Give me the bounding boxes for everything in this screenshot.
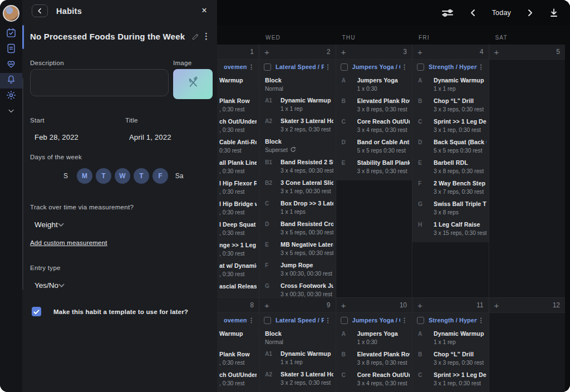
exercise-row[interactable]: DBand or Cable Anti Rotati...5 x 5 reps … bbox=[336, 136, 412, 156]
workout-card[interactable]: ovement Q...⋮WarmupPlank Row, 0:30 restc… bbox=[217, 60, 259, 297]
exercise-row[interactable]: CCore Reach Out/Under3 x 4 reps, 0:30 re… bbox=[336, 115, 412, 136]
workout-card[interactable]: Lateral Speed / Plyo⋮BlockNormalA1Dynami… bbox=[259, 313, 336, 392]
workout-checkbox[interactable] bbox=[417, 63, 424, 71]
add-workout-button[interactable]: + bbox=[341, 301, 346, 310]
exercise-row[interactable]: BChop “L” Drill3 x 3 reps, 0:30 rest bbox=[412, 95, 489, 115]
workout-menu-kebab-icon[interactable]: ⋮ bbox=[477, 317, 485, 324]
add-workout-button[interactable]: + bbox=[264, 48, 269, 56]
sidebar-item-settings[interactable] bbox=[0, 89, 22, 104]
add-workout-button[interactable]: + bbox=[417, 48, 422, 56]
exercise-row[interactable]: F2 Way Bench Step Up3 x 7 reps, 0:30 res… bbox=[412, 177, 489, 198]
workout-card[interactable]: ovement Q...⋮WarmupPlank Row, 0:30 restc… bbox=[217, 313, 259, 392]
weekday-toggle[interactable]: T bbox=[134, 168, 149, 184]
exercise-row[interactable]: BElevated Plank Row3 x 8 reps, 0:30 rest bbox=[336, 348, 412, 369]
next-week-button[interactable] bbox=[526, 9, 534, 17]
workout-menu-kebab-icon[interactable]: ⋮ bbox=[477, 63, 485, 71]
workout-checkbox[interactable] bbox=[264, 63, 271, 71]
exercise-row[interactable]: B1Band Resisted 2 Step Late...3 x 4 reps… bbox=[259, 156, 336, 177]
edit-pencil-icon[interactable] bbox=[191, 32, 200, 41]
back-button[interactable] bbox=[32, 4, 48, 17]
exercise-row[interactable]: ch Out/Under, 0:30 rest bbox=[217, 115, 259, 136]
weekday-toggle[interactable]: Sa bbox=[171, 168, 187, 184]
exercise-row[interactable]: ADynamic Warmup1 x 1 rep bbox=[412, 327, 489, 348]
add-workout-button[interactable]: + bbox=[494, 301, 499, 310]
exercise-row[interactable]: CBox Drop >> 3 Lateral H...1 x 1 reps bbox=[259, 197, 336, 218]
exercise-row[interactable]: ch Out/Under, 0:30 rest bbox=[217, 369, 259, 389]
end-date-field[interactable]: April 1, 2022 bbox=[129, 133, 171, 141]
workout-card[interactable]: Strength / Hypertro...⋮ADynamic Warmup1 … bbox=[412, 313, 489, 392]
add-workout-button[interactable]: + bbox=[264, 301, 269, 310]
exercise-row[interactable]: DBand Resisted Crossover...3 x 5 reps, 0… bbox=[259, 218, 336, 238]
weekday-toggle[interactable]: F bbox=[153, 168, 168, 184]
weekday-toggle[interactable]: M bbox=[77, 168, 92, 184]
description-input[interactable] bbox=[30, 69, 169, 96]
exercise-row[interactable]: H1 Leg Calf Raise3 x 15 reps, 0:30 rest bbox=[412, 218, 489, 239]
workout-checkbox[interactable] bbox=[341, 317, 348, 324]
exercise-row[interactable]: BChop “L” Drill3 x 3 reps, 0:30 rest bbox=[412, 348, 489, 369]
exercise-row[interactable]: CSprint >> 1 Leg Declarations3 x 1 rep, … bbox=[412, 369, 489, 389]
sidebar-item-calendar[interactable] bbox=[0, 26, 22, 42]
exercise-row[interactable]: CSprint >> 1 Leg Declarations3 x 1 rep, … bbox=[412, 115, 489, 136]
filter-sliders-button[interactable] bbox=[441, 7, 454, 18]
exercise-row[interactable]: Plank Row, 0:30 rest bbox=[217, 95, 259, 115]
exercise-row[interactable]: Cable Anti-Rotati...0:30 rest bbox=[217, 136, 259, 156]
exercise-row[interactable]: GSwiss Ball Triple Threat3 x 8 reps bbox=[412, 198, 489, 218]
avatar[interactable] bbox=[3, 5, 19, 22]
exercise-row[interactable]: A2Skater 3 Lateral Hops >> ...3 x 2 reps… bbox=[259, 368, 336, 389]
workout-checkbox[interactable] bbox=[264, 317, 271, 324]
exercise-row[interactable]: EStability Ball Plank Linear ...3 x 8 re… bbox=[336, 156, 412, 177]
habit-menu-kebab-icon[interactable]: ⋮ bbox=[202, 31, 210, 41]
measurement-select[interactable]: Weight bbox=[35, 219, 207, 229]
exercise-row[interactable]: A2Skater 3 Lateral Hops >> ...3 x 2 reps… bbox=[259, 115, 336, 135]
today-button[interactable]: Today bbox=[492, 9, 511, 17]
exercise-row[interactable]: BElevated Plank Row3 x 8 reps, 0:30 rest bbox=[336, 95, 412, 115]
exercise-row[interactable]: ADynamic Warmup1 x 1 rep bbox=[412, 74, 489, 95]
sidebar-item-notes[interactable] bbox=[0, 42, 22, 57]
exercise-row[interactable]: DBand or Cable Anti Rotati...5 x 5 reps … bbox=[336, 389, 412, 392]
workout-checkbox[interactable] bbox=[341, 63, 348, 71]
template-checkbox[interactable] bbox=[32, 307, 41, 316]
exercise-row[interactable]: CCore Reach Out/Under3 x 4 reps, 0:30 re… bbox=[336, 369, 412, 389]
exercise-row[interactable]: Plank Row, 0:30 rest bbox=[217, 348, 259, 369]
exercise-row[interactable]: EMB Negative Lateral Hop...3 x 5 reps, 0… bbox=[259, 238, 336, 259]
workout-card[interactable]: Lateral Speed / Plyo⋮BlockNormalA1Dynami… bbox=[259, 60, 336, 297]
workout-menu-kebab-icon[interactable]: ⋮ bbox=[400, 317, 409, 324]
exercise-row[interactable]: l Hip Bridge w/ ..., 0:30 rest bbox=[217, 198, 259, 218]
add-workout-button[interactable]: + bbox=[417, 301, 422, 310]
exercise-row[interactable]: A1Dynamic Warmup1 x 1 rep bbox=[259, 94, 336, 115]
download-button[interactable] bbox=[549, 8, 559, 18]
close-icon[interactable]: × bbox=[199, 5, 210, 16]
add-workout-button[interactable]: + bbox=[494, 48, 499, 56]
exercise-row[interactable]: ascial Release C... bbox=[217, 280, 259, 297]
weekday-toggle[interactable]: S bbox=[58, 168, 73, 184]
exercise-row[interactable]: DBack Squat (Back Off Set)5 x 5 reps 0:3… bbox=[412, 136, 489, 156]
workout-card[interactable]: Jumpers Yoga / Core⋮AJumpers Yoga1 x 0:3… bbox=[336, 60, 412, 180]
exercise-row[interactable]: GCross Footwork Jump Rope3 x 00:30, 00:3… bbox=[259, 280, 336, 297]
exercise-row[interactable]: B23 Cone Lateral Slide3 x 1 rep, 00:30 r… bbox=[259, 177, 336, 197]
workout-menu-kebab-icon[interactable]: ⋮ bbox=[400, 63, 409, 71]
workout-menu-kebab-icon[interactable]: ⋮ bbox=[247, 317, 255, 324]
template-checkbox-row[interactable]: Make this habit a template to use for la… bbox=[32, 307, 188, 316]
exercise-row[interactable]: AJumpers Yoga1 x 0:30 bbox=[336, 74, 412, 95]
habit-image-tile[interactable] bbox=[173, 69, 213, 99]
exercise-row[interactable]: FJump Rope3 x 00:30, 00:30 rest bbox=[259, 259, 336, 280]
exercise-row[interactable]: AJumpers Yoga1 x 0:30 bbox=[336, 327, 412, 348]
weekday-toggle[interactable]: W bbox=[115, 168, 130, 184]
exercise-row[interactable]: Warmup bbox=[217, 327, 259, 348]
workout-menu-kebab-icon[interactable]: ⋮ bbox=[324, 63, 332, 71]
weekday-toggle[interactable]: T bbox=[96, 168, 111, 184]
workout-menu-kebab-icon[interactable]: ⋮ bbox=[324, 317, 332, 324]
workout-checkbox[interactable] bbox=[417, 317, 424, 324]
add-workout-button[interactable]: + bbox=[341, 48, 346, 56]
prev-week-button[interactable] bbox=[469, 9, 477, 17]
exercise-row[interactable]: all Plank Linear ..., 0:30 rest bbox=[217, 156, 259, 177]
sidebar-item-notifications[interactable] bbox=[0, 73, 22, 89]
exercise-row[interactable]: nge >> 1 Leg St..., 0:30 rest bbox=[217, 239, 259, 259]
workout-card[interactable]: Jumpers Yoga / Core⋮AJumpers Yoga1 x 0:3… bbox=[336, 313, 412, 392]
exercise-row[interactable]: Warmup bbox=[217, 74, 259, 95]
workout-menu-kebab-icon[interactable]: ⋮ bbox=[247, 63, 255, 71]
sidebar-item-health[interactable] bbox=[0, 57, 22, 73]
exercise-row[interactable]: A1Dynamic Warmup1 x 1 rep bbox=[259, 347, 336, 368]
start-date-field[interactable]: Feb 28, 2022 bbox=[35, 133, 78, 141]
workout-card[interactable]: Strength / Hypertro...⋮ADynamic Warmup1 … bbox=[412, 60, 489, 242]
